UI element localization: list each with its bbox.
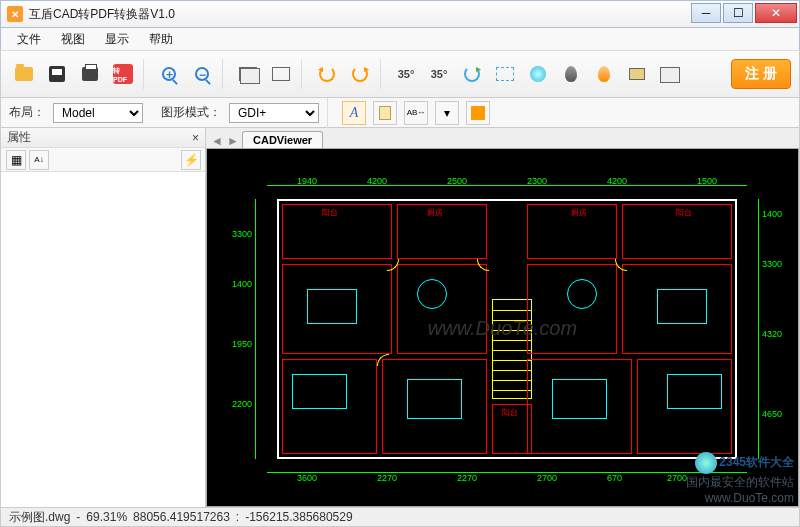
menubar: 文件 视图 显示 帮助 [0, 28, 800, 50]
properties-title: 属性 [7, 129, 31, 146]
drop-gray-button[interactable] [556, 59, 586, 89]
angle-ccw-button[interactable]: 35° [391, 59, 421, 89]
bgcolor-white-button[interactable] [266, 59, 296, 89]
prop-tool-1[interactable]: ▦ [6, 150, 26, 170]
sort-az-icon: A↓ [34, 155, 43, 164]
light-rect-icon [272, 67, 290, 81]
selection-icon [496, 67, 514, 81]
ab-tool-button[interactable]: AB↔ [404, 101, 428, 125]
properties-header: 属性 × [1, 128, 205, 148]
status-coord-y: -156215.385680529 [245, 510, 352, 524]
refresh-icon [464, 66, 480, 82]
layers-icon [663, 68, 677, 80]
rotate-cw-button[interactable] [345, 59, 375, 89]
separator [301, 59, 307, 89]
zoom-in-icon: + [162, 67, 176, 81]
tab-prev-button[interactable]: ◄ [210, 134, 224, 148]
page-icon [379, 106, 391, 120]
open-button[interactable] [9, 59, 39, 89]
drop-gray-icon [565, 66, 577, 82]
lightning-icon: ⚡ [184, 153, 199, 167]
card-button[interactable] [622, 59, 652, 89]
drop-orange-button[interactable] [589, 59, 619, 89]
maximize-button[interactable]: ☐ [723, 3, 753, 23]
brand-url: www.DuoTe.com [705, 491, 794, 505]
zoom-out-icon: − [195, 67, 209, 81]
main-toolbar: 转PDF + − 35° 35° 注 册 [0, 50, 800, 98]
viewer-tabs: ◄ ► CADViewer [206, 128, 799, 148]
zoom-in-button[interactable]: + [154, 59, 184, 89]
brand-logo-icon [695, 452, 717, 474]
register-button[interactable]: 注 册 [731, 59, 791, 89]
viewer-area: ◄ ► CADViewer 1940 4200 2500 2300 4200 1… [206, 128, 799, 507]
tab-cadviewer[interactable]: CADViewer [242, 131, 323, 148]
status-filename: 示例图.dwg [9, 509, 70, 526]
titlebar: ✕ 互盾CAD转PDF转换器V1.0 ─ ☐ ✕ [0, 0, 800, 28]
tab-next-button[interactable]: ► [226, 134, 240, 148]
grid-icon: ▦ [11, 153, 22, 167]
layout-label: 布局： [9, 104, 45, 121]
properties-body [1, 172, 205, 507]
print-icon [82, 67, 98, 81]
minimize-button[interactable]: ─ [691, 3, 721, 23]
orange-square-icon [471, 106, 485, 120]
pdf-icon: 转PDF [113, 64, 133, 84]
angle-label: 35° [431, 68, 448, 80]
refresh-button[interactable] [457, 59, 487, 89]
text-tool-button[interactable]: A [342, 101, 366, 125]
floor-plan: 1940 4200 2500 2300 4200 1500 1400 3300 … [267, 179, 747, 479]
render-select[interactable]: GDI+ [229, 103, 319, 123]
dark-rect-icon [239, 67, 257, 81]
status-sep: - [76, 510, 80, 524]
brand-sub: 国内最安全的软件站 [686, 475, 794, 489]
text-a-icon: A [350, 105, 359, 121]
zoom-out-button[interactable]: − [187, 59, 217, 89]
bgcolor-black-button[interactable] [233, 59, 263, 89]
rotate-ccw-button[interactable] [312, 59, 342, 89]
secondary-toolbar: 布局： Model 图形模式： GDI+ A AB↔ ▾ [0, 98, 800, 128]
status-coord-sep: : [236, 510, 239, 524]
brand-name: 2345软件大全 [719, 455, 794, 469]
select-area-button[interactable] [490, 59, 520, 89]
card-icon [629, 68, 645, 80]
print-button[interactable] [75, 59, 105, 89]
properties-tools: ▦ A↓ ⚡ [1, 148, 205, 172]
status-zoom: 69.31% [86, 510, 127, 524]
dropdown-tool-button[interactable]: ▾ [435, 101, 459, 125]
menu-display[interactable]: 显示 [95, 28, 139, 51]
main-area: 属性 × ▦ A↓ ⚡ ◄ ► CADViewer 1940 4200 2500… [0, 128, 800, 508]
orange-tool-button[interactable] [466, 101, 490, 125]
statusbar: 示例图.dwg - 69.31% 88056.419517263 : -1562… [0, 508, 800, 527]
brand-overlay: 2345软件大全 国内最安全的软件站 www.DuoTe.com [686, 452, 794, 505]
prop-tool-3[interactable]: ⚡ [181, 150, 201, 170]
menu-file[interactable]: 文件 [7, 28, 51, 51]
window-title: 互盾CAD转PDF转换器V1.0 [29, 6, 689, 23]
save-button[interactable] [42, 59, 72, 89]
layout-select[interactable]: Model [53, 103, 143, 123]
prop-tool-2[interactable]: A↓ [29, 150, 49, 170]
layers-button[interactable] [655, 59, 685, 89]
dropdown-icon: ▾ [444, 106, 450, 120]
save-icon [49, 66, 65, 82]
menu-help[interactable]: 帮助 [139, 28, 183, 51]
separator [143, 59, 149, 89]
separator [327, 98, 333, 128]
circle-cyan-button[interactable] [523, 59, 553, 89]
close-button[interactable]: ✕ [755, 3, 797, 23]
angle-cw-button[interactable]: 35° [424, 59, 454, 89]
menu-view[interactable]: 视图 [51, 28, 95, 51]
properties-close-button[interactable]: × [192, 131, 199, 145]
status-coord-x: 88056.419517263 [133, 510, 230, 524]
separator [222, 59, 228, 89]
app-icon: ✕ [7, 6, 23, 22]
convert-pdf-button[interactable]: 转PDF [108, 59, 138, 89]
angle-label: 35° [398, 68, 415, 80]
page-tool-button[interactable] [373, 101, 397, 125]
drop-orange-icon [598, 66, 610, 82]
window-controls: ─ ☐ ✕ [689, 1, 799, 27]
ab-icon: AB↔ [407, 108, 426, 117]
separator [380, 59, 386, 89]
rotate-cw-icon [352, 66, 368, 82]
properties-panel: 属性 × ▦ A↓ ⚡ [1, 128, 206, 507]
sphere-cyan-icon [530, 66, 546, 82]
